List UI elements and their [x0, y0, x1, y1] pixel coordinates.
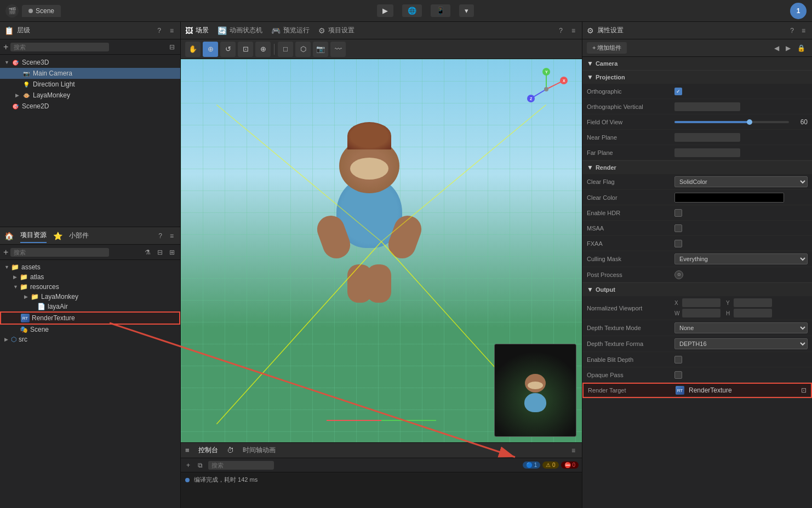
asset-item-rendertexture[interactable]: RT RenderTexture: [0, 311, 180, 325]
camera-align-btn[interactable]: 📷: [313, 42, 328, 57]
output-section: ▼ Output Normalized Viewport X 0 Y 0 W 1: [582, 283, 812, 399]
console-menu-btn[interactable]: ≡: [569, 446, 577, 455]
tree-item-scene2d[interactable]: 🎯 Scene2D: [0, 101, 180, 112]
clear-flag-select[interactable]: SolidColor: [674, 176, 808, 187]
asset-tab-widgets[interactable]: 小部件: [69, 229, 89, 243]
vp-y-input[interactable]: 0: [734, 298, 772, 307]
projection-section-header[interactable]: ▼ Projection: [582, 71, 812, 84]
asset-help-btn[interactable]: ?: [156, 231, 164, 241]
asset-grid-btn[interactable]: ⊞: [167, 247, 177, 257]
asset-item-resources[interactable]: ▼ 📁 resources: [0, 282, 180, 292]
asset-tab-resources[interactable]: 项目资源: [20, 228, 47, 243]
scene-help-btn[interactable]: ?: [557, 26, 565, 36]
asset-item-scene-res[interactable]: 🎭 Scene: [0, 325, 180, 334]
scale-tool-btn[interactable]: ⊡: [238, 42, 253, 57]
user-badge: 1: [790, 3, 807, 19]
world-tool-btn[interactable]: ⊕: [255, 42, 271, 57]
console-copy-btn[interactable]: ⧉: [196, 460, 205, 470]
hierarchy-help-btn[interactable]: ?: [155, 26, 163, 36]
tree-item-main-camera[interactable]: 📷 Main Camera: [0, 68, 180, 79]
left-panel: 📋 层级 ? ≡ + ⊟ ▼ 🎯 Scene3D: [0, 22, 181, 508]
near-plane-input[interactable]: 0.3: [674, 133, 740, 142]
ortho-vertical-value: 5: [674, 102, 808, 111]
asset-item-layaair[interactable]: 📄 layaAir: [0, 302, 180, 311]
vp-w-input[interactable]: 1: [682, 309, 720, 318]
asset-view-btn[interactable]: ⊟: [155, 247, 165, 257]
render-section-header[interactable]: ▼ Render: [582, 161, 812, 174]
fxaa-checkbox[interactable]: [674, 240, 682, 247]
rect-select-btn[interactable]: □: [278, 42, 293, 57]
console-tab-timeline[interactable]: 时间轴动画: [243, 446, 276, 455]
clear-color-box[interactable]: [674, 193, 784, 203]
asset-item-src[interactable]: ▶ ⬡ src: [0, 334, 180, 344]
asset-add-btn[interactable]: +: [3, 247, 8, 257]
clear-color-value: [674, 193, 808, 203]
nav-back-btn[interactable]: ◀: [772, 43, 781, 53]
perspective-btn[interactable]: ⬡: [295, 42, 311, 57]
camera-section-header[interactable]: ▼ Camera: [582, 57, 812, 70]
far-plane-input[interactable]: 1000: [674, 148, 740, 157]
rotate-tool-btn[interactable]: ↺: [220, 42, 236, 57]
ortho-vertical-input[interactable]: 5: [674, 102, 740, 111]
post-process-btn[interactable]: ⊙: [674, 270, 683, 279]
vp-h-input[interactable]: 1: [734, 309, 772, 318]
scene-tab-animation[interactable]: 🔄 动画状态机: [218, 24, 262, 37]
properties-help-btn[interactable]: ?: [788, 26, 796, 36]
fov-slider-container: [674, 121, 789, 123]
post-process-label: Post Process: [587, 272, 674, 278]
console-msg-dot: [185, 478, 190, 482]
globe-button[interactable]: 🌐: [402, 4, 422, 17]
console-add-btn[interactable]: +: [184, 460, 192, 470]
scene3d-label: Scene3D: [22, 59, 49, 66]
add-component-btn[interactable]: + 增加组件: [587, 42, 627, 54]
fov-slider[interactable]: [674, 121, 789, 123]
properties-menu-btn[interactable]: ≡: [799, 26, 808, 36]
enable-hdr-checkbox[interactable]: [674, 209, 682, 217]
culling-mask-select[interactable]: Everything: [674, 253, 808, 264]
console-panel: ≡ 控制台 ⏱ 时间轴动画 ≡ + ⧉ 🔵 1 ⚠ 0 ⛔ 0: [181, 442, 582, 508]
nav-forward-btn[interactable]: ▶: [784, 43, 793, 53]
src-icon: ⬡: [11, 336, 16, 343]
console-search-input[interactable]: [208, 461, 274, 470]
scene-tab-scene[interactable]: 🖼 场景: [185, 24, 209, 37]
scene-tab[interactable]: Scene: [22, 5, 61, 17]
vp-x-input[interactable]: 0: [682, 298, 720, 307]
orthographic-checkbox[interactable]: ✓: [674, 88, 682, 95]
nav-lock-btn[interactable]: 🔒: [795, 43, 808, 53]
asset-item-layamonkey-res[interactable]: ▶ 📁 LayaMonkey: [0, 292, 180, 302]
dropdown-button[interactable]: ▾: [459, 4, 474, 17]
play-button[interactable]: ▶: [377, 4, 393, 17]
culling-mask-label: Culling Mask: [587, 256, 674, 262]
scene-tab-preview[interactable]: 🎮 预览运行: [271, 24, 310, 37]
output-section-header[interactable]: ▼ Output: [582, 283, 812, 296]
hierarchy-menu-btn[interactable]: ≡: [168, 26, 176, 36]
scene-toolbar: ✋ ⊕ ↺ ⊡ ⊕ □ ⬡ 📷 〰: [181, 39, 582, 59]
scene-tab-settings[interactable]: ⚙ 项目设置: [318, 24, 354, 37]
asset-menu-btn[interactable]: ≡: [168, 231, 176, 241]
asset-filter-btn[interactable]: ⚗: [142, 247, 153, 257]
camera-icon: 📷: [22, 69, 31, 78]
asset-item-atlas[interactable]: ▶ 📁 atlas: [0, 272, 180, 282]
move-tool-btn[interactable]: ⊕: [203, 42, 218, 57]
hierarchy-search-input[interactable]: [10, 43, 109, 51]
hierarchy-add-btn[interactable]: +: [3, 42, 8, 52]
curve-btn[interactable]: 〰: [330, 42, 346, 57]
hierarchy-grid-btn[interactable]: ⊟: [167, 42, 177, 52]
hand-tool-btn[interactable]: ✋: [185, 42, 201, 57]
tree-item-scene3d[interactable]: ▼ 🎯 Scene3D: [0, 57, 180, 68]
depth-texture-format-select[interactable]: DEPTH16: [674, 338, 808, 349]
device-button[interactable]: 📱: [431, 4, 450, 17]
tree-item-direction-light[interactable]: 💡 Direction Light: [0, 79, 180, 90]
console-tab-console[interactable]: 控制台: [198, 446, 218, 455]
svg-text:Y: Y: [545, 70, 548, 74]
msaa-checkbox[interactable]: [674, 224, 682, 232]
fov-slider-thumb[interactable]: [747, 119, 752, 125]
enable-blit-depth-checkbox[interactable]: [674, 356, 682, 363]
asset-item-assets[interactable]: ▼ 📁 assets: [0, 262, 180, 272]
render-target-expand-btn[interactable]: ⊡: [801, 386, 807, 394]
depth-texture-mode-select[interactable]: None: [674, 322, 808, 333]
opaque-pass-checkbox[interactable]: [674, 371, 682, 379]
asset-search-input[interactable]: [10, 248, 109, 257]
scene-menu-btn[interactable]: ≡: [569, 26, 577, 36]
tree-item-layamonkey[interactable]: ▶ 🐵 LayaMonkey: [0, 90, 180, 101]
